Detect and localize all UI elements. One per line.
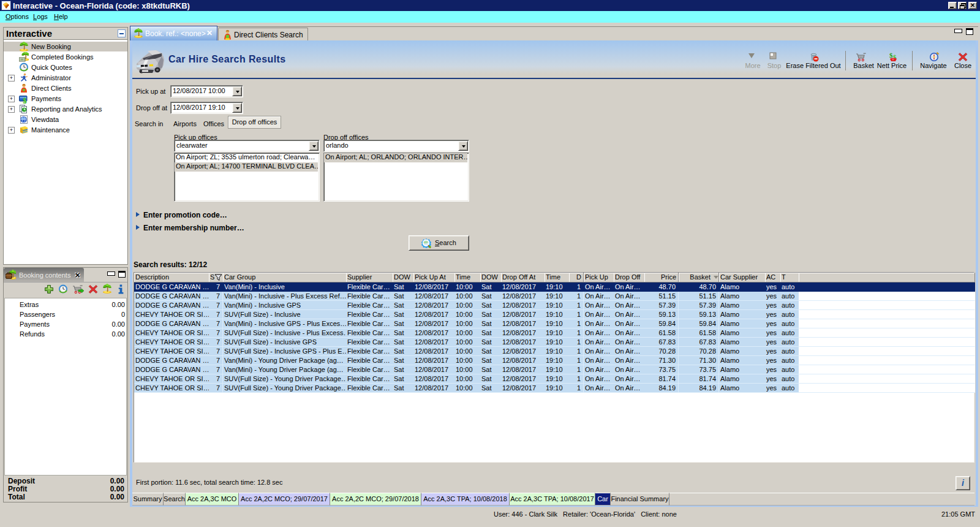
svg-text:$: $ [23, 96, 27, 104]
